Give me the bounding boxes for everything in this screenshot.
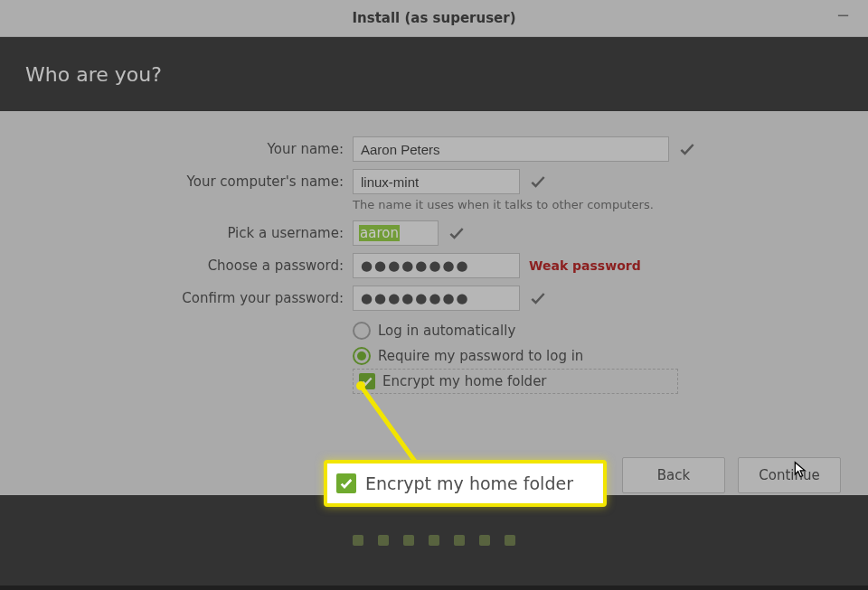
annotation-callout: Encrypt my home folder bbox=[324, 460, 607, 507]
minimize-button[interactable]: − bbox=[836, 7, 850, 23]
checkmark-icon bbox=[529, 289, 547, 307]
cursor-icon bbox=[792, 461, 810, 482]
radio-icon bbox=[353, 322, 371, 340]
progress-dot bbox=[378, 535, 389, 546]
auto-login-radio[interactable]: Log in automatically bbox=[353, 318, 868, 343]
computer-name-label: Your computer's name: bbox=[0, 173, 353, 190]
page-title: Who are you? bbox=[25, 63, 162, 86]
progress-dot bbox=[454, 535, 465, 546]
your-name-input[interactable] bbox=[353, 136, 669, 162]
confirm-password-input[interactable]: ●●●●●●●● bbox=[353, 286, 520, 311]
checkmark-icon bbox=[678, 140, 696, 158]
progress-dot bbox=[429, 535, 439, 546]
require-password-radio[interactable]: Require my password to log in bbox=[353, 343, 868, 369]
window-titlebar: Install (as superuser) − bbox=[0, 0, 868, 37]
computer-name-help: The name it uses when it talks to other … bbox=[353, 198, 868, 211]
progress-indicator bbox=[0, 495, 868, 585]
progress-dot bbox=[403, 535, 414, 546]
radio-icon bbox=[353, 347, 371, 365]
checkbox-checked-icon bbox=[336, 473, 356, 493]
checkmark-icon bbox=[448, 224, 466, 242]
checkmark-icon bbox=[529, 173, 547, 191]
progress-dot bbox=[353, 535, 363, 546]
page-banner: Who are you? bbox=[0, 37, 868, 111]
progress-dot bbox=[479, 535, 490, 546]
password-strength-label: Weak password bbox=[529, 258, 641, 273]
password-input[interactable]: ●●●●●●●● bbox=[353, 253, 520, 278]
confirm-password-label: Confirm your password: bbox=[0, 290, 353, 306]
checkbox-checked-icon bbox=[359, 373, 375, 389]
username-label: Pick a username: bbox=[0, 225, 353, 241]
back-button[interactable]: Back bbox=[622, 457, 725, 493]
progress-dot bbox=[505, 535, 515, 546]
username-input[interactable]: aaron bbox=[353, 220, 439, 246]
encrypt-home-checkbox[interactable]: Encrypt my home folder bbox=[353, 369, 678, 394]
password-label: Choose a password: bbox=[0, 258, 353, 274]
window-title: Install (as superuser) bbox=[352, 10, 515, 26]
your-name-label: Your name: bbox=[0, 141, 353, 157]
computer-name-input[interactable] bbox=[353, 169, 520, 194]
continue-button[interactable]: Continue bbox=[738, 457, 841, 493]
